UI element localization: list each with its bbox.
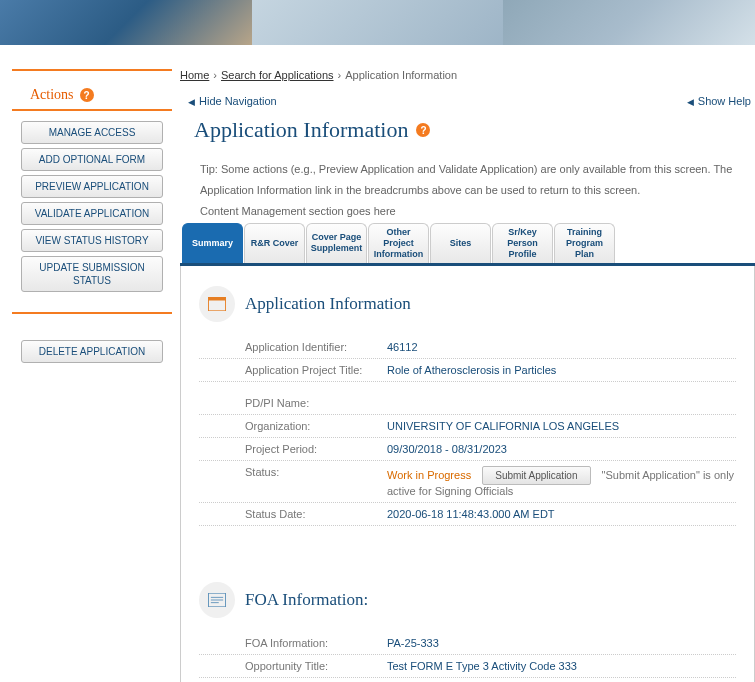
field-foa-information: FOA Information: PA-25-333 xyxy=(199,632,736,655)
cms-placeholder: Content Management section goes here xyxy=(180,201,755,221)
field-project-period: Project Period: 09/30/2018 - 08/31/2023 xyxy=(199,438,736,461)
help-icon[interactable]: ? xyxy=(80,88,94,102)
breadcrumb-home[interactable]: Home xyxy=(180,69,209,81)
delete-application-button[interactable]: DELETE APPLICATION xyxy=(21,340,163,363)
tab-rr-cover[interactable]: R&R Cover xyxy=(244,223,305,263)
section-title-appinfo: Application Information xyxy=(245,294,411,314)
field-status: Status: Work in Progress Submit Applicat… xyxy=(199,461,736,503)
tab-training-program-plan[interactable]: Training Program Plan xyxy=(554,223,615,263)
breadcrumb: Home›Search for Applications›Application… xyxy=(180,65,755,87)
submit-application-button[interactable]: Submit Application xyxy=(482,466,590,485)
field-opportunity-title: Opportunity Title: Test FORM E Type 3 Ac… xyxy=(199,655,736,678)
breadcrumb-current: Application Information xyxy=(345,69,457,81)
field-status-date: Status Date: 2020-06-18 11:48:43.000 AM … xyxy=(199,503,736,526)
update-submission-status-button[interactable]: UPDATE SUBMISSION STATUS xyxy=(21,256,163,292)
show-help-link[interactable]: ◀Show Help xyxy=(687,95,751,107)
tab-sr-key-person-profile[interactable]: Sr/Key Person Profile xyxy=(492,223,553,263)
page-title: Application Information ? xyxy=(180,107,755,149)
tab-cover-page-supplement[interactable]: Cover Page Supplement xyxy=(306,223,367,263)
document-icon xyxy=(199,286,235,322)
field-pdpi-name: PD/PI Name: xyxy=(199,392,736,415)
view-status-history-button[interactable]: VIEW STATUS HISTORY xyxy=(21,229,163,252)
field-app-identifier: Application Identifier: 46112 xyxy=(199,336,736,359)
arrow-left-icon: ◀ xyxy=(687,97,694,107)
svg-rect-1 xyxy=(208,297,226,301)
arrow-left-icon: ◀ xyxy=(188,97,195,107)
manage-access-button[interactable]: MANAGE ACCESS xyxy=(21,121,163,144)
hide-navigation-link[interactable]: ◀Hide Navigation xyxy=(188,95,277,107)
actions-title: Actions ? xyxy=(12,81,172,105)
field-project-title: Application Project Title: Role of Ather… xyxy=(199,359,736,382)
tab-other-project-information[interactable]: Other Project Information xyxy=(368,223,429,263)
add-optional-form-button[interactable]: ADD OPTIONAL FORM xyxy=(21,148,163,171)
help-icon[interactable]: ? xyxy=(416,123,430,137)
document-icon xyxy=(199,582,235,618)
breadcrumb-search[interactable]: Search for Applications xyxy=(221,69,334,81)
tab-summary[interactable]: Summary xyxy=(182,223,243,263)
tabs: Summary R&R Cover Cover Page Supplement … xyxy=(180,223,755,266)
field-agency: Agency: National Institutes of Health xyxy=(199,678,736,682)
tab-sites[interactable]: Sites xyxy=(430,223,491,263)
section-title-foa: FOA Information: xyxy=(245,590,368,610)
preview-application-button[interactable]: PREVIEW APPLICATION xyxy=(21,175,163,198)
tip-text: Tip: Some actions (e.g., Preview Applica… xyxy=(180,149,755,201)
field-organization: Organization: UNIVERSITY OF CALIFORNIA L… xyxy=(199,415,736,438)
validate-application-button[interactable]: VALIDATE APPLICATION xyxy=(21,202,163,225)
